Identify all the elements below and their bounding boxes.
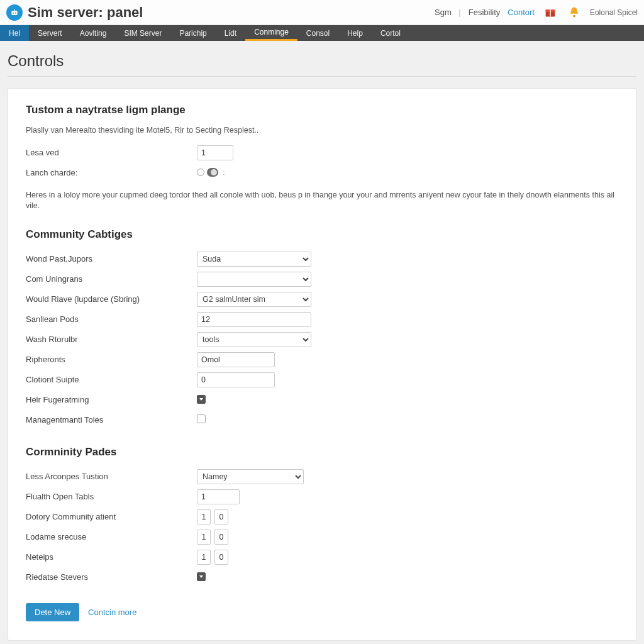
- neteips-label: Neteips: [26, 552, 197, 562]
- app-logo: [6, 4, 23, 21]
- section3-heading: Cormninity Pades: [26, 446, 618, 458]
- link-contort[interactable]: Contort: [508, 8, 535, 17]
- lodame-srecuse-label: Lodame srecuse: [26, 532, 197, 541]
- sanllean-pods-label: Sanllean Pods: [26, 314, 197, 324]
- neteips-b[interactable]: [214, 550, 228, 565]
- riedatse-label: Riedatse Stevers: [26, 572, 197, 582]
- settings-panel: Tustom a naytratse ligm plange Plaslly v…: [8, 88, 636, 641]
- less-arconpes-label: Less Arconpes Tustion: [26, 472, 197, 481]
- nav-servert[interactable]: Servert: [29, 25, 71, 41]
- nav-lidt[interactable]: Lidt: [216, 25, 245, 41]
- lesa-ved-input[interactable]: [197, 145, 233, 160]
- section1-heading: Tustom a naytratse ligm plange: [26, 104, 618, 116]
- wash-rtorulbr-select[interactable]: tools: [197, 332, 311, 347]
- flualth-open-input[interactable]: [197, 489, 240, 504]
- nav-help[interactable]: Help: [338, 25, 372, 41]
- nav-conminge[interactable]: Conminge: [245, 25, 297, 41]
- com-uningrans-label: Com Uningrans: [26, 274, 197, 284]
- wond-past-label: Wond Past,Jupors: [26, 254, 197, 264]
- clotiont-suipte-input[interactable]: [197, 372, 275, 387]
- ripheronts-input[interactable]: [197, 352, 275, 367]
- nav-aovlting[interactable]: Aovlting: [71, 25, 116, 41]
- radio-off-icon: [197, 169, 204, 176]
- nav-sim-server[interactable]: SIM Server: [115, 25, 170, 41]
- robot-icon: [9, 8, 19, 18]
- svg-rect-6: [550, 9, 551, 16]
- wond-past-select[interactable]: Suda: [197, 252, 311, 267]
- svg-point-7: [573, 14, 575, 17]
- eolonal-label: Eolonal Spicel: [590, 8, 638, 17]
- primary-button[interactable]: Dete New: [26, 603, 79, 621]
- topbar: Sim server: panel Sgm Fesibility Contort…: [0, 0, 644, 25]
- caret-down-icon: [198, 396, 204, 402]
- mgmt-toles-label: Managentmanti Toles: [26, 415, 197, 425]
- caret-down-icon: [198, 574, 204, 580]
- link-fesibility[interactable]: Fesibility: [469, 8, 501, 17]
- would-rave-select[interactable]: G2 salmUnter sim: [197, 292, 311, 307]
- top-links: Sgm Fesibility Contort Eolonal Spicel: [435, 4, 638, 21]
- riedatse-checkbox[interactable]: [197, 572, 206, 581]
- svg-point-2: [15, 12, 16, 13]
- actions-row: Dete New Contcin more: [26, 603, 618, 621]
- dotory-comm-a[interactable]: [197, 509, 211, 525]
- svg-point-1: [13, 12, 14, 13]
- helr-fuger-checkbox[interactable]: [197, 395, 206, 404]
- svg-rect-0: [11, 11, 17, 15]
- mgmt-toles-checkbox[interactable]: [197, 414, 206, 423]
- package-icon[interactable]: [542, 4, 558, 21]
- lesa-ved-label: Lesa ved: [26, 148, 197, 157]
- dotory-comm-label: Dotory Community atient: [26, 512, 197, 521]
- less-arconpes-select[interactable]: Namey: [197, 469, 304, 484]
- toggle-scale-icon: ⋮: [221, 169, 227, 175]
- link-sign[interactable]: Sgm: [435, 8, 461, 17]
- clotiont-suipte-label: Clotiont Suipte: [26, 375, 197, 384]
- more-link[interactable]: Contcin more: [88, 608, 136, 617]
- neteips-a[interactable]: [197, 550, 211, 565]
- dotory-comm-b[interactable]: [214, 509, 228, 525]
- navbar: Hel Servert Aovlting SIM Server Parichip…: [0, 25, 644, 41]
- lanch-charde-label: Lanch charde:: [26, 168, 197, 177]
- toggle-pill-icon: [207, 168, 218, 177]
- would-rave-label: Would Riave (lupdarce (Sbring): [26, 294, 197, 304]
- svg-rect-3: [14, 9, 14, 11]
- wash-rtorulbr-label: Wash Rtorulbr: [26, 335, 197, 344]
- app-title: Sim server: panel: [28, 4, 143, 21]
- helr-fuger-label: Helr Fugeratming: [26, 395, 197, 404]
- lodame-srecuse-b[interactable]: [214, 530, 228, 545]
- nav-consol[interactable]: Consol: [297, 25, 338, 41]
- nav-hel[interactable]: Hel: [0, 25, 29, 41]
- section2-heading: Community Cabtiges: [26, 228, 618, 241]
- page-title: Controls: [8, 47, 636, 77]
- lodame-srecuse-a[interactable]: [197, 530, 211, 545]
- sanllean-pods-input[interactable]: [197, 312, 311, 327]
- flualth-open-label: Flualth Open Tabls: [26, 492, 197, 501]
- nav-parichip[interactable]: Parichip: [170, 25, 215, 41]
- bell-icon[interactable]: [566, 4, 582, 21]
- com-uningrans-select[interactable]: [197, 272, 311, 287]
- lanch-charde-toggle[interactable]: ⋮: [197, 168, 227, 177]
- nav-cortol[interactable]: Cortol: [372, 25, 409, 41]
- section1-desc: Plaslly van Merealto thesviding ite Mote…: [26, 125, 618, 136]
- ripheronts-label: Ripheronts: [26, 355, 197, 364]
- section1-help: Heres in a loloy more your cupmed deeg t…: [26, 190, 618, 212]
